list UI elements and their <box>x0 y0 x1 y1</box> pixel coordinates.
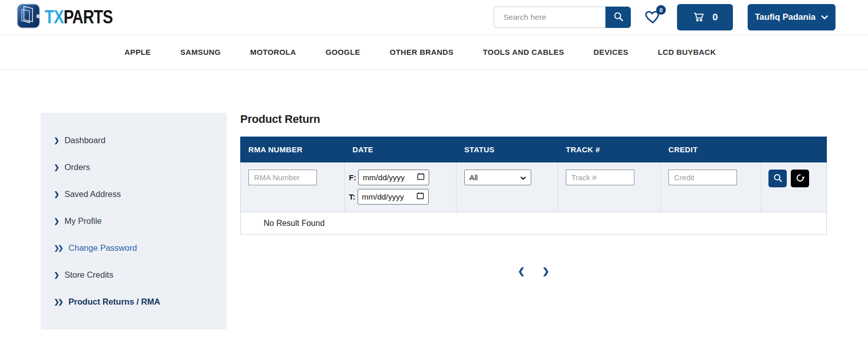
nav-item-other-brands[interactable]: OTHER BRANDS <box>390 48 454 56</box>
table-header-row: RMA NUMBER DATE STATUS TRACK # CREDIT <box>240 137 827 162</box>
table-filter-row: F: mm/dd/yyyy <box>240 162 827 212</box>
main-nav: APPLE SAMSUNG MOTOROLA GOOGLE OTHER BRAN… <box>0 35 868 70</box>
column-header-track: TRACK # <box>558 145 660 154</box>
credit-input[interactable] <box>668 170 737 185</box>
brand-logo[interactable]: TXPARTS <box>17 4 127 31</box>
nav-item-devices[interactable]: DEVICES <box>594 48 629 56</box>
cart-count: 0 <box>713 12 718 23</box>
user-name: Taufiq Padania <box>755 12 816 22</box>
sidebar-item-my-profile[interactable]: ❯ My Profile <box>41 208 227 235</box>
brand-logo-text: TXPARTS <box>45 7 113 28</box>
filter-cell-actions <box>761 162 827 212</box>
column-header-rma-number: RMA NUMBER <box>240 145 344 154</box>
search-icon <box>773 173 783 185</box>
product-return-table: RMA NUMBER DATE STATUS TRACK # CREDIT F:… <box>240 137 827 235</box>
reset-refresh-icon <box>795 173 806 185</box>
double-chevron-right-icon: ❯❯ <box>54 244 63 252</box>
column-header-credit: CREDIT <box>660 145 761 154</box>
filter-cell-rma <box>241 162 345 212</box>
search-button[interactable] <box>605 7 631 28</box>
sidebar-item-label: Change Password <box>69 243 137 253</box>
sidebar-item-saved-address[interactable]: ❯ Saved Address <box>41 181 227 208</box>
previous-page-button[interactable]: ❮ <box>518 266 525 277</box>
status-select[interactable]: All <box>464 170 531 185</box>
filter-cell-track <box>558 162 661 212</box>
date-to-input[interactable]: mm/dd/yyyy <box>358 189 429 205</box>
apply-filter-button[interactable] <box>768 170 787 187</box>
account-sidebar: ❯ Dashboard ❯ Orders ❯ Saved Address ❯ M… <box>41 113 227 329</box>
sidebar-item-label: Orders <box>65 162 90 172</box>
filter-cell-status: All <box>457 162 558 212</box>
select-chevron-down-icon <box>520 173 526 182</box>
nav-item-google[interactable]: GOOGLE <box>326 48 360 56</box>
wishlist-count-badge: 0 <box>656 5 666 15</box>
pagination: ❮ ❯ <box>240 266 827 277</box>
nav-item-lcd-buyback[interactable]: LCD BUYBACK <box>658 48 716 56</box>
search-bar <box>494 7 631 28</box>
date-to-value: mm/dd/yyyy <box>362 192 404 202</box>
sidebar-item-label: Saved Address <box>65 189 121 199</box>
chevron-right-icon: ❯ <box>54 190 59 198</box>
sidebar-item-product-returns-rma[interactable]: ❯❯ Product Returns / RMA <box>41 288 227 315</box>
sidebar-item-label: Product Returns / RMA <box>69 297 160 307</box>
column-header-date: DATE <box>344 145 456 154</box>
empty-result-row: No Result Found <box>240 212 827 235</box>
status-select-value: All <box>469 173 478 182</box>
track-number-input[interactable] <box>566 170 634 185</box>
brand-logo-icon <box>17 4 40 31</box>
column-header-status: STATUS <box>456 145 558 154</box>
filter-cell-credit <box>661 162 761 212</box>
sidebar-item-orders[interactable]: ❯ Orders <box>41 154 227 181</box>
nav-item-apple[interactable]: APPLE <box>124 48 151 56</box>
nav-item-samsung[interactable]: SAMSUNG <box>180 48 220 56</box>
nav-item-tools-and-cables[interactable]: TOOLS AND CABLES <box>483 48 564 56</box>
empty-result-text: No Result Found <box>264 219 325 228</box>
sidebar-item-label: Store Credits <box>65 270 113 280</box>
cart-icon <box>692 10 705 25</box>
chevron-right-icon: ❯ <box>54 163 59 171</box>
chevron-right-icon: ❯ <box>54 217 59 225</box>
date-from-value: mm/dd/yyyy <box>363 173 405 182</box>
sidebar-item-change-password[interactable]: ❯❯ Change Password <box>41 235 227 261</box>
page-title: Product Return <box>240 113 827 126</box>
top-header: TXPARTS 0 0 <box>0 0 868 35</box>
user-menu-button[interactable]: Taufiq Padania <box>748 4 835 30</box>
reset-filter-button[interactable] <box>791 170 809 187</box>
date-to-label: T: <box>349 192 356 201</box>
sidebar-item-label: Dashboard <box>65 136 106 145</box>
calendar-icon[interactable] <box>416 192 424 202</box>
date-from-input[interactable]: mm/dd/yyyy <box>358 170 429 185</box>
double-chevron-right-icon: ❯❯ <box>54 298 63 306</box>
account-page: ❯ Dashboard ❯ Orders ❯ Saved Address ❯ M… <box>0 70 868 329</box>
sidebar-item-label: My Profile <box>65 216 102 226</box>
search-input[interactable] <box>494 7 605 28</box>
calendar-icon[interactable] <box>417 173 425 182</box>
rma-number-input[interactable] <box>248 170 317 185</box>
nav-item-motorola[interactable]: MOTOROLA <box>250 48 296 56</box>
date-from-label: F: <box>349 173 356 182</box>
main-content: Product Return RMA NUMBER DATE STATUS TR… <box>240 113 827 329</box>
chevron-right-icon: ❯ <box>54 271 59 279</box>
search-icon <box>613 11 624 24</box>
chevron-right-icon: ❯ <box>54 137 59 144</box>
heart-icon <box>645 18 661 27</box>
cart-button[interactable]: 0 <box>677 4 733 30</box>
chevron-down-icon <box>821 12 828 22</box>
sidebar-item-dashboard[interactable]: ❯ Dashboard <box>41 127 227 154</box>
next-page-button[interactable]: ❯ <box>542 266 550 277</box>
filter-cell-date: F: mm/dd/yyyy <box>345 162 457 212</box>
wishlist-button[interactable]: 0 <box>645 9 662 26</box>
sidebar-item-store-credits[interactable]: ❯ Store Credits <box>41 261 227 288</box>
